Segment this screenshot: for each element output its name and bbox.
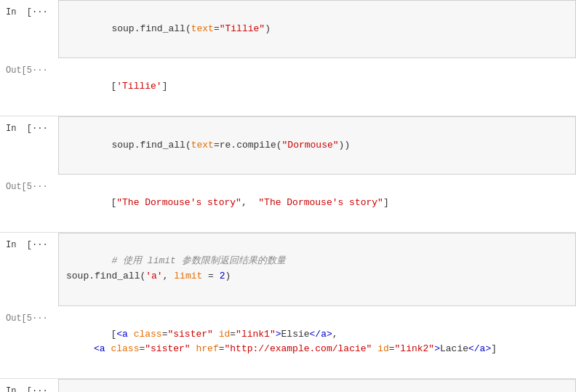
cell-input-3[interactable]: # 使用 limit 参数限制返回结果的数量 soup.find_all('a'… bbox=[58, 233, 576, 306]
cell-label-in-2: In [··· bbox=[0, 116, 58, 175]
code-content-2: soup.find_all(text=re.compile("Dormouse"… bbox=[111, 140, 350, 151]
cell-label-in-3: In [··· bbox=[0, 233, 58, 306]
cell-row-2-out: Out[5··· ["The Dormouse's story", "The D… bbox=[0, 175, 576, 231]
output-content-2: ["The Dormouse's story", "The Dormouse's… bbox=[111, 197, 388, 208]
cell-row-3: In [··· # 使用 limit 参数限制返回结果的数量 soup.find… bbox=[0, 233, 576, 306]
cell-row-2: In [··· soup.find_all(text=re.compile("D… bbox=[0, 116, 576, 175]
cell-input-2[interactable]: soup.find_all(text=re.compile("Dormouse"… bbox=[58, 116, 576, 175]
cell-output-2: ["The Dormouse's story", "The Dormouse's… bbox=[58, 175, 576, 231]
cell-label-out-1: Out[5··· bbox=[0, 58, 58, 115]
cell-row-1-out: Out[5··· ['Tillie'] bbox=[0, 58, 576, 115]
cell-output-3: [<a class="sister" id="link1">Elsie</a>,… bbox=[58, 306, 576, 378]
cell-row-1: In [··· soup.find_all(text="Tillie") bbox=[0, 0, 576, 58]
cell-output-1: ['Tillie'] bbox=[58, 58, 576, 115]
cell-label-in-4: In [··· bbox=[0, 379, 58, 392]
cell-label-out-3: Out[5··· bbox=[0, 306, 58, 378]
code-content-3: # 使用 limit 参数限制返回结果的数量 soup.find_all('a'… bbox=[66, 255, 286, 281]
cell-label-out-2: Out[5··· bbox=[0, 175, 58, 231]
output-content-3: [<a class="sister" id="link1">Elsie</a>,… bbox=[65, 329, 497, 355]
cell-row-4: In [··· ''' 调用tag的 find_all() 方法时,Beauti… bbox=[0, 379, 576, 392]
output-content-1: ['Tillie'] bbox=[111, 81, 167, 92]
cell-row-3-out: Out[5··· [<a class="sister" id="link1">E… bbox=[0, 306, 576, 378]
cell-input-4[interactable]: ''' 调用tag的 find_all() 方法时,Beautiful Soup… bbox=[58, 379, 576, 392]
notebook: In [··· soup.find_all(text="Tillie") Out… bbox=[0, 0, 576, 392]
cell-label-in-1: In [··· bbox=[0, 0, 58, 58]
cell-input-1[interactable]: soup.find_all(text="Tillie") bbox=[58, 0, 576, 58]
code-content-1: soup.find_all(text="Tillie") bbox=[111, 23, 271, 34]
